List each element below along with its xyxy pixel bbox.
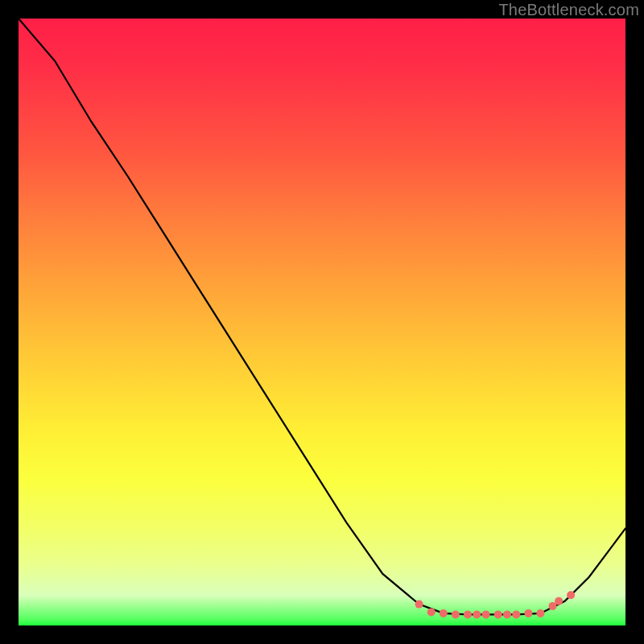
curve-marker bbox=[536, 609, 544, 617]
curve-marker bbox=[524, 609, 532, 617]
bottleneck-curve-path bbox=[19, 19, 625, 614]
watermark-text: TheBottleneck.com bbox=[498, 1, 639, 19]
curve-marker bbox=[473, 610, 481, 618]
curve-marker bbox=[503, 610, 511, 618]
chart-plot-area bbox=[19, 19, 625, 625]
curve-marker bbox=[512, 610, 520, 618]
chart-stage: TheBottleneck.com bbox=[0, 0, 644, 644]
curve-marker bbox=[567, 591, 575, 599]
curve-marker bbox=[482, 610, 490, 618]
curve-marker bbox=[415, 601, 423, 609]
curve-marker bbox=[555, 597, 563, 605]
curve-markers bbox=[415, 591, 576, 618]
chart-svg bbox=[19, 19, 625, 625]
curve-marker bbox=[440, 609, 448, 617]
curve-marker bbox=[494, 610, 502, 618]
curve-marker bbox=[427, 608, 436, 616]
curve-marker bbox=[464, 610, 472, 618]
curve-marker bbox=[452, 610, 460, 618]
